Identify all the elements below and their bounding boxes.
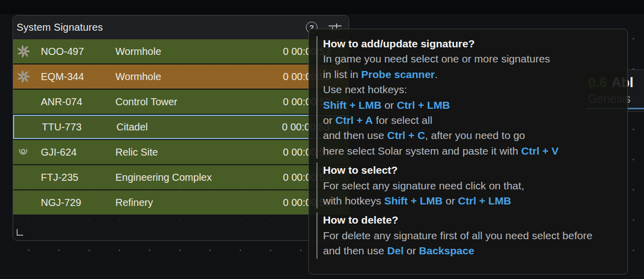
section-text: or bbox=[442, 195, 458, 206]
hotkey-highlight: Backspace bbox=[419, 245, 474, 256]
section-text: for select all bbox=[373, 114, 432, 126]
section-text: and then use bbox=[323, 129, 387, 141]
section-text: . bbox=[435, 68, 438, 80]
signature-row[interactable]: GJI-624Relic Site0 00:00:53 bbox=[13, 140, 349, 164]
help-tooltip: How to add/update signature?In game you … bbox=[308, 29, 628, 274]
section-line: For select any signature need click on t… bbox=[323, 178, 619, 193]
section-text: For select any signature need click on t… bbox=[323, 180, 524, 191]
hotkey-highlight: Ctrl + LMB bbox=[397, 99, 450, 111]
sig-id-cell: GJI-624 bbox=[41, 147, 115, 158]
section-text: or bbox=[404, 245, 419, 256]
section-text: here select Solar system and paste it wi… bbox=[323, 145, 521, 157]
section-heading: How to add/update signature? bbox=[323, 36, 619, 51]
signature-row[interactable]: TTU-773Citadel0 00:00:53 bbox=[13, 115, 349, 139]
section-text: In game you need select one or more sign… bbox=[323, 53, 550, 64]
section-text: For delete any signature first of all yo… bbox=[323, 230, 593, 241]
section-text: in list in bbox=[323, 68, 361, 80]
sig-type-cell: Engineering Complex bbox=[115, 172, 283, 183]
hotkey-highlight: Shift + LMB bbox=[323, 99, 381, 111]
wormhole-icon bbox=[13, 71, 41, 83]
section-line: or Ctrl + A for select all bbox=[323, 113, 619, 128]
sig-id-cell: EQM-344 bbox=[41, 71, 115, 83]
section-line: with hotkeys Shift + LMB or Ctrl + LMB bbox=[323, 193, 619, 208]
panel-title: System Signatures bbox=[17, 22, 103, 33]
section-line: and then use Ctrl + C, after you need to… bbox=[323, 128, 619, 143]
sig-type-cell: Wormhole bbox=[115, 46, 283, 57]
sig-type-cell: Citadel bbox=[116, 121, 282, 133]
section-text: or bbox=[381, 99, 397, 111]
hotkey-highlight: Ctrl + V bbox=[521, 145, 558, 157]
section-line: Shift + LMB or Ctrl + LMB bbox=[323, 98, 619, 113]
section-line: and then use Del or Backspace bbox=[323, 243, 619, 258]
signature-row[interactable]: NGJ-729Refinery0 00:00:53 bbox=[13, 190, 349, 215]
page-background: { "signatures_panel": { "title": "System… bbox=[0, 0, 644, 279]
hotkey-highlight: Shift + LMB bbox=[384, 195, 442, 206]
sig-id-cell: ANR-074 bbox=[41, 96, 115, 108]
sig-id-cell: TTU-773 bbox=[42, 121, 116, 133]
tooltip-section: How to select?For select any signature n… bbox=[316, 163, 619, 208]
section-line: For delete any signature first of all yo… bbox=[323, 228, 619, 243]
signature-row[interactable]: FTJ-235Engineering Complex0 00:00:53 bbox=[13, 165, 349, 189]
signatures-panel: System Signatures ? NOO-497Wormhole0 00:… bbox=[13, 15, 349, 241]
tooltip-section: How to delete?For delete any signature f… bbox=[316, 213, 619, 258]
signature-row[interactable]: ANR-074Control Tower0 00:00:53 bbox=[13, 90, 349, 114]
section-text: or bbox=[323, 114, 336, 126]
sig-type-cell: Refinery bbox=[115, 197, 283, 208]
signature-row[interactable]: EQM-344Wormhole0 00:00:53 bbox=[13, 64, 349, 89]
tooltip-section: How to add/update signature?In game you … bbox=[316, 36, 619, 159]
section-line: in list in Probe scanner. bbox=[323, 67, 619, 82]
sig-type-cell: Wormhole bbox=[115, 71, 283, 83]
sig-id-cell: NOO-497 bbox=[41, 46, 115, 57]
top-bar bbox=[0, 0, 644, 14]
panel-resize-handle[interactable] bbox=[17, 229, 23, 236]
section-heading: How to select? bbox=[323, 163, 619, 178]
section-text: Use next hotkeys: bbox=[323, 84, 407, 95]
sig-type-cell: Control Tower bbox=[115, 96, 283, 108]
sig-type-cell: Relic Site bbox=[115, 147, 283, 158]
panel-header: System Signatures ? bbox=[13, 16, 349, 39]
wormhole-icon bbox=[13, 45, 41, 57]
relic-site-icon bbox=[13, 147, 41, 158]
section-text: and then use bbox=[323, 245, 387, 256]
hotkey-highlight: Ctrl + LMB bbox=[458, 195, 511, 206]
hotkey-highlight: Del bbox=[387, 245, 404, 256]
sig-id-cell: FTJ-235 bbox=[41, 172, 115, 183]
hotkey-highlight: Ctrl + A bbox=[336, 114, 373, 126]
section-text: , after you need to go bbox=[425, 129, 525, 141]
section-line: here select Solar system and paste it wi… bbox=[323, 144, 619, 159]
section-line: In game you need select one or more sign… bbox=[323, 51, 619, 66]
hotkey-highlight: Ctrl + C bbox=[387, 129, 425, 141]
section-heading: How to delete? bbox=[323, 213, 619, 228]
sig-id-cell: NGJ-729 bbox=[41, 197, 115, 208]
signatures-table: NOO-497Wormhole0 00:00:53EQM-344Wormhole… bbox=[13, 39, 349, 215]
section-line: Use next hotkeys: bbox=[323, 82, 619, 97]
signature-row[interactable]: NOO-497Wormhole0 00:00:53 bbox=[13, 39, 349, 63]
hotkey-highlight: Probe scanner bbox=[361, 68, 435, 80]
section-text: with hotkeys bbox=[323, 195, 384, 206]
